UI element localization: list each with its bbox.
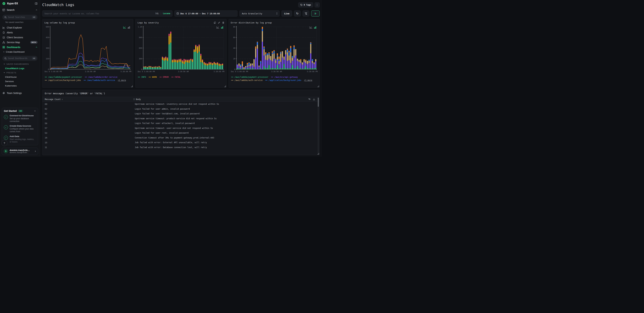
bar-segment[interactable] [278,64,280,68]
bar-segment[interactable] [295,49,296,55]
bar-segment[interactable] [240,69,241,69]
dashboard-link-services[interactable]: Services [0,79,40,83]
bar-segment[interactable] [275,63,276,68]
bar-segment[interactable] [267,53,268,55]
bar-segment[interactable] [240,67,241,69]
bar-segment[interactable] [164,58,165,61]
bar-segment[interactable] [205,63,206,63]
bar-segment[interactable] [180,59,182,59]
legend-item[interactable]: WARN [149,76,157,78]
bar-segment[interactable] [237,65,238,68]
bar-segment[interactable] [174,60,175,62]
bar-segment[interactable] [209,62,210,63]
bar-segment[interactable] [157,67,158,67]
bar-segment[interactable] [310,42,311,43]
bar-segment[interactable] [250,63,251,66]
bar-segment[interactable] [210,62,212,63]
bar-segment[interactable] [312,63,313,68]
bar-segment[interactable] [242,68,243,69]
bar-segment[interactable] [190,61,192,69]
bar-segment[interactable] [260,61,261,61]
bar-segment[interactable] [216,63,216,63]
bar-segment[interactable] [264,66,264,69]
wrap-text-icon[interactable] [308,98,310,100]
legend-more-link[interactable]: +1 more [304,79,312,81]
user-menu[interactable]: D dominic.tran@clic... dominic.tran@clic… [2,148,38,155]
bar-segment[interactable] [314,62,315,64]
bar-segment[interactable] [222,65,223,69]
bar-segment[interactable] [247,67,248,68]
bar-segment[interactable] [300,63,302,68]
bar-segment[interactable] [197,46,198,46]
bar-segment[interactable] [265,60,266,68]
bar-segment[interactable] [200,54,202,55]
bar-segment[interactable] [265,55,266,60]
bar-segment[interactable] [260,63,261,68]
bar-segment[interactable] [209,65,210,69]
legend-item[interactable]: INFO [138,76,146,78]
bar-segment[interactable] [290,63,291,68]
bar-segment[interactable] [268,52,270,53]
bar-segment[interactable] [190,59,192,60]
bar-segment[interactable] [258,66,260,67]
table-row[interactable]: 16Connection timeout after 30s to paymen… [42,136,320,140]
bar-view-toggle[interactable] [221,26,223,29]
legend-item[interactable]: /aws/lambda/payment-processor [231,76,268,78]
bar-segment[interactable] [267,55,268,60]
bar-segment[interactable] [240,65,241,66]
legend-item[interactable]: /aws/lambda/order-service [85,76,118,78]
line-view-toggle[interactable] [216,26,219,29]
bar-segment[interactable] [174,59,175,60]
bar-segment[interactable] [314,64,315,68]
bar-segment[interactable] [195,52,196,69]
bar-segment[interactable] [295,55,296,68]
bar-segment[interactable] [174,62,175,69]
bar-segment[interactable] [220,64,222,64]
bar-segment[interactable] [242,64,243,66]
bar-segment[interactable] [152,67,153,68]
legend-item[interactable]: /application/background-jobs [45,79,81,81]
bar-segment[interactable] [284,64,285,69]
bar-segment[interactable] [315,68,316,69]
bar-segment[interactable] [207,65,208,69]
bar-segment[interactable] [144,66,145,67]
bar-segment[interactable] [205,65,206,69]
bar-segment[interactable] [184,59,185,61]
bar-segment[interactable] [159,66,160,67]
bar-segment[interactable] [237,68,238,69]
bar-segment[interactable] [278,61,280,64]
bar-segment[interactable] [274,59,275,68]
bar-segment[interactable] [257,42,258,45]
bar-segment[interactable] [275,59,276,60]
bar-segment[interactable] [304,59,304,62]
table-row[interactable]: 11Job failed with error: Database connec… [42,145,320,150]
scrollbar-thumb[interactable] [318,98,319,107]
bar-segment[interactable] [278,68,280,69]
bar-segment[interactable] [287,68,288,69]
bar-segment[interactable] [245,69,246,69]
bar-segment[interactable] [172,60,173,62]
bar-segment[interactable] [160,67,162,67]
bar-segment[interactable] [192,59,193,60]
bar-segment[interactable] [277,53,278,56]
bar-segment[interactable] [144,67,145,69]
bar-segment[interactable] [288,68,290,69]
delete-panel-icon[interactable] [222,21,224,24]
bar-segment[interactable] [218,64,220,64]
bar-segment[interactable] [217,63,218,65]
bar-segment[interactable] [220,64,222,65]
bar-segment[interactable] [257,49,258,69]
bar-segment[interactable] [212,65,213,69]
bar-segment[interactable] [307,64,308,68]
bar-segment[interactable] [150,66,152,67]
bar-segment[interactable] [170,32,172,33]
bar-segment[interactable] [144,67,145,67]
bar-segment[interactable] [258,69,260,69]
bar-segment[interactable] [159,67,160,69]
bar-segment[interactable] [147,67,148,67]
chevron-up-icon[interactable] [36,9,38,11]
bar-segment[interactable] [254,69,254,69]
column-header-message-count[interactable]: Message Count ↓ [42,98,134,101]
drag-handle-icon[interactable] [134,98,135,100]
bar-segment[interactable] [207,64,208,65]
